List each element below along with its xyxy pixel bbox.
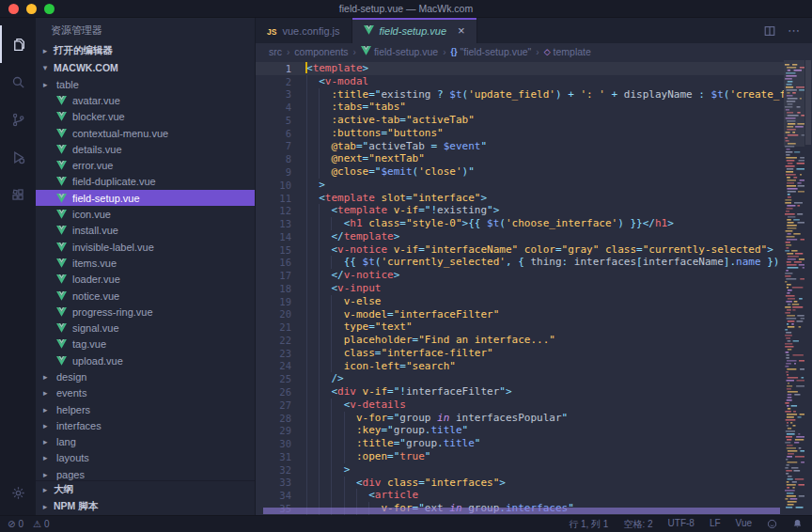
breadcrumb-item[interactable]: field-setup.vue xyxy=(361,46,438,57)
vertical-scrollbar[interactable] xyxy=(805,60,811,145)
feedback-icon[interactable] xyxy=(767,519,777,529)
code-line[interactable]: 23class="interface-filter" xyxy=(256,347,784,360)
code-line[interactable]: 10> xyxy=(256,179,784,192)
token: }) xyxy=(761,256,784,268)
debug-icon[interactable] xyxy=(0,138,36,176)
tree-item-error.vue[interactable]: error.vue xyxy=(36,157,255,173)
code-line[interactable]: 5:active-tab="activeTab" xyxy=(256,114,784,127)
extensions-icon[interactable] xyxy=(0,176,36,213)
tree-item-layouts[interactable]: ▸layouts xyxy=(36,450,255,466)
status-cursor-position[interactable]: 行 1, 列 1 xyxy=(569,518,608,531)
tree-item-signal.vue[interactable]: signal.vue xyxy=(36,320,255,336)
workspace-section[interactable]: ▾ MACWK.COM xyxy=(36,59,255,76)
tree-item-loader.vue[interactable]: loader.vue xyxy=(36,272,255,288)
code-line[interactable]: 34<article xyxy=(256,489,784,502)
more-actions-icon[interactable]: ⋯ xyxy=(788,23,801,38)
code-line[interactable]: 1<template> xyxy=(256,62,784,75)
bell-icon[interactable] xyxy=(792,519,803,529)
code-line[interactable]: 13<h1 class="style-0">{{ $t('choose_inte… xyxy=(256,217,784,230)
breadcrumb-item[interactable]: {}"field-setup.vue" xyxy=(451,46,532,57)
close-window-button[interactable] xyxy=(8,4,19,14)
error-icon[interactable]: ⊘0 xyxy=(8,519,23,529)
outline-section[interactable]: ▸ 大纲 xyxy=(36,481,255,498)
problems-indicator[interactable]: ⊘0⚠0 xyxy=(8,519,49,529)
code-line[interactable]: 20v-model="interfaceFilter" xyxy=(256,308,784,321)
code-line[interactable]: 29:key="group.title" xyxy=(256,424,784,437)
code-area[interactable]: 1<template>2<v-modal3:title="existing ? … xyxy=(256,60,784,515)
settings-gear-icon[interactable] xyxy=(0,474,36,511)
close-icon[interactable]: × xyxy=(458,23,465,38)
breadcrumb-item[interactable]: components xyxy=(294,46,348,57)
code-line[interactable]: 21type="text" xyxy=(256,321,784,334)
overview-ruler[interactable] xyxy=(804,60,812,515)
source-control-icon[interactable] xyxy=(0,101,36,138)
maximize-window-button[interactable] xyxy=(44,4,55,14)
minimap-slider[interactable] xyxy=(784,60,804,147)
status-eol[interactable]: LF xyxy=(710,518,721,531)
tree-item-interfaces[interactable]: ▸interfaces xyxy=(36,417,255,433)
tree-item-pages[interactable]: ▸pages xyxy=(36,466,255,480)
code-line[interactable]: 17</v-notice> xyxy=(256,269,784,282)
tree-item-contextual-menu.vue[interactable]: contextual-menu.vue xyxy=(36,125,255,141)
tree-item-helpers[interactable]: ▸helpers xyxy=(36,401,255,417)
breadcrumb-item[interactable]: ◇template xyxy=(544,46,591,57)
code-line[interactable]: 3:title="existing ? $t('update_field') +… xyxy=(256,88,784,102)
code-line[interactable]: 2<v-modal xyxy=(256,75,784,88)
warning-icon[interactable]: ⚠0 xyxy=(33,519,50,529)
minimize-window-button[interactable] xyxy=(26,4,37,14)
open-editors-section[interactable]: ▸ 打开的编辑器 xyxy=(36,42,255,59)
code-editor[interactable]: 1<template>2<v-modal3:title="existing ? … xyxy=(256,60,812,515)
code-line[interactable]: 7@tab="activeTab = $event" xyxy=(256,140,784,153)
breadcrumb-item[interactable]: src xyxy=(269,46,282,57)
status-indentation[interactable]: 空格: 2 xyxy=(623,518,652,531)
tree-item-design[interactable]: ▸design xyxy=(36,368,255,384)
split-editor-icon[interactable] xyxy=(763,24,776,38)
code-line[interactable]: 4:tabs="tabs" xyxy=(256,101,784,114)
search-icon[interactable] xyxy=(0,63,36,101)
tree-item-notice.vue[interactable]: notice.vue xyxy=(36,288,255,304)
tree-item-details.vue[interactable]: details.vue xyxy=(36,141,255,157)
tree-item-field-setup.vue[interactable]: field-setup.vue xyxy=(36,190,255,206)
code-line[interactable]: 19v-else xyxy=(256,295,784,308)
status-encoding[interactable]: UTF-8 xyxy=(668,518,695,531)
tree-item-invisible-label.vue[interactable]: invisible-label.vue xyxy=(36,239,255,255)
code-line[interactable]: 15<v-notice v-if="interfaceName" color="… xyxy=(256,243,784,257)
npm-scripts-section[interactable]: ▸ NPM 脚本 xyxy=(36,498,255,515)
code-line[interactable]: 9@close="$emit('close')" xyxy=(256,165,784,179)
tree-item-table[interactable]: ▸table xyxy=(36,76,255,92)
code-line[interactable]: 31:open="true" xyxy=(256,450,784,463)
code-line[interactable]: 8@next="nextTab" xyxy=(256,152,784,165)
code-line[interactable]: 30:title="group.title" xyxy=(256,437,784,450)
code-line[interactable]: 16{{ $t('currently_selected', { thing: i… xyxy=(256,256,784,269)
minimap[interactable] xyxy=(784,60,804,515)
code-line[interactable]: 33<div class="interfaces"> xyxy=(256,477,784,490)
tree-item-icon.vue[interactable]: icon.vue xyxy=(36,206,255,222)
code-line[interactable]: 14</template> xyxy=(256,230,784,243)
code-line[interactable]: 24icon-left="search" xyxy=(256,360,784,373)
tree-item-lang[interactable]: ▸lang xyxy=(36,434,255,450)
code-line[interactable]: 22placeholder="Find an interface..." xyxy=(256,334,784,347)
tab-field-setup.vue[interactable]: field-setup.vue× xyxy=(352,18,477,43)
code-line[interactable]: 18<v-input xyxy=(256,282,784,295)
code-line[interactable]: 26<div v-if="!interfaceFilter"> xyxy=(256,385,784,399)
code-line[interactable]: 32> xyxy=(256,463,784,477)
code-line[interactable]: 12<template v-if="!existing"> xyxy=(256,204,784,217)
tree-item-progress-ring.vue[interactable]: progress-ring.vue xyxy=(36,304,255,320)
code-line[interactable]: 6:buttons="buttons" xyxy=(256,127,784,140)
tree-item-events[interactable]: ▸events xyxy=(36,385,255,401)
tree-item-items.vue[interactable]: items.vue xyxy=(36,255,255,271)
horizontal-scrollbar[interactable] xyxy=(263,508,780,514)
tree-item-install.vue[interactable]: install.vue xyxy=(36,223,255,239)
code-line[interactable]: 28v-for="group in interfacesPopular" xyxy=(256,412,784,425)
code-line[interactable]: 11<template slot="interface"> xyxy=(256,192,784,205)
tree-item-field-duplicate.vue[interactable]: field-duplicate.vue xyxy=(36,174,255,190)
tab-vue.config.js[interactable]: JSvue.config.js xyxy=(256,18,352,43)
status-language-mode[interactable]: Vue xyxy=(736,518,752,531)
code-line[interactable]: 27<v-details xyxy=(256,399,784,412)
code-line[interactable]: 25/> xyxy=(256,372,784,385)
tree-item-blocker.vue[interactable]: blocker.vue xyxy=(36,109,255,125)
tree-item-upload.vue[interactable]: upload.vue xyxy=(36,352,255,368)
files-icon[interactable] xyxy=(0,25,36,63)
tree-item-tag.vue[interactable]: tag.vue xyxy=(36,336,255,352)
tree-item-avatar.vue[interactable]: avatar.vue xyxy=(36,92,255,108)
